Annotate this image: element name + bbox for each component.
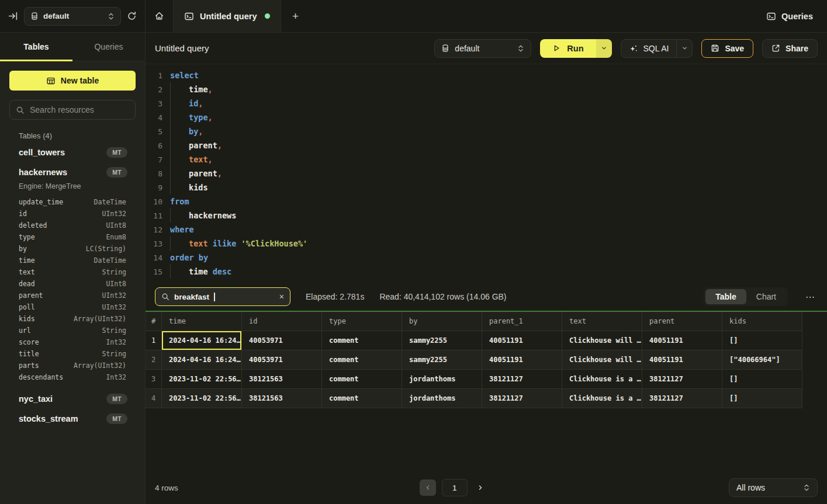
editor-line[interactable]: 3id, (146, 96, 827, 110)
results-search-input[interactable]: breakfast × (155, 287, 290, 306)
sql-editor[interactable]: 1select2time,3id,4type,5by,6parent,7text… (146, 64, 827, 283)
table-cell[interactable]: comment (322, 331, 402, 350)
table-cell[interactable]: 40051191 (642, 350, 722, 370)
column-header-id[interactable]: id (242, 312, 322, 331)
pagination: 1 (420, 479, 487, 496)
table-cell[interactable]: [] (722, 370, 802, 389)
run-options-button[interactable] (596, 39, 612, 58)
table-cell[interactable]: 38121127 (482, 389, 562, 408)
table-cell[interactable]: 2023-11-02 22:56… (162, 370, 242, 389)
search-resources-input[interactable] (30, 105, 129, 114)
sql-ai-button[interactable]: SQL AI (621, 40, 677, 57)
new-table-button[interactable]: New table (9, 71, 136, 91)
table-cell[interactable]: jordanthoms (402, 370, 482, 389)
table-cell[interactable]: 38121563 (242, 389, 322, 408)
sql-ai-options-button[interactable] (676, 40, 692, 57)
table-cell[interactable]: [] (722, 389, 802, 408)
row-number[interactable]: 3 (146, 370, 162, 389)
editor-line[interactable]: 14order by (146, 251, 827, 265)
table-cell[interactable]: comment (322, 389, 402, 408)
tab-untitled-query[interactable]: Untitled query (174, 0, 281, 32)
table-cell[interactable]: comment (322, 350, 402, 370)
view-toggle-chart[interactable]: Chart (746, 289, 786, 304)
editor-line[interactable]: 2time, (146, 82, 827, 96)
table-item-nyc_taxi[interactable]: nyc_taxiMT (9, 389, 136, 409)
table-cell[interactable]: 2023-11-02 22:56… (162, 389, 242, 408)
table-cell[interactable]: sammy2255 (402, 350, 482, 370)
new-tab-button[interactable]: + (281, 0, 309, 32)
table-cell[interactable]: [] (722, 331, 802, 350)
table-cell[interactable]: 2024-04-16 16:24… (162, 331, 242, 350)
table-cell[interactable]: 2024-04-16 16:24… (162, 350, 242, 370)
editor-line[interactable]: 6parent, (146, 138, 827, 152)
table-item-hackernews[interactable]: hackernewsMT (9, 162, 136, 182)
share-button[interactable]: Share (762, 39, 818, 58)
save-button[interactable]: Save (701, 39, 753, 58)
next-page-button[interactable] (473, 479, 487, 496)
sidebar-tab-queries[interactable]: Queries (72, 33, 145, 61)
table-cell[interactable]: comment (322, 370, 402, 389)
sql-token: parent (189, 141, 217, 150)
table-cell[interactable]: ["40066964"] (722, 350, 802, 370)
row-number[interactable]: 2 (146, 350, 162, 370)
editor-line[interactable]: 11hackernews (146, 208, 827, 223)
table-cell[interactable]: 40051191 (482, 350, 562, 370)
sidebar-tab-tables[interactable]: Tables (0, 33, 72, 61)
editor-line[interactable]: 5by, (146, 124, 827, 138)
editor-line[interactable]: 13text ilike '%ClickHouse%' (146, 237, 827, 251)
column-header-by[interactable]: by (402, 312, 482, 331)
editor-line[interactable]: 1select (146, 68, 827, 82)
queries-button[interactable]: Queries (766, 12, 813, 21)
sql-token (208, 267, 213, 276)
refresh-icon[interactable] (127, 11, 137, 21)
row-number[interactable]: 1 (146, 331, 162, 350)
editor-line[interactable]: 7text, (146, 152, 827, 166)
collapse-sidebar-icon[interactable] (8, 11, 18, 21)
run-button[interactable]: Run (540, 39, 596, 58)
table-cell[interactable]: 40053971 (242, 350, 322, 370)
sql-token: type (189, 113, 208, 122)
column-header-num[interactable]: # (146, 312, 162, 331)
editor-line[interactable]: 9kids (146, 180, 827, 194)
page-number-input[interactable]: 1 (442, 479, 468, 496)
column-header-parent_1[interactable]: parent_1 (482, 312, 562, 331)
table-cell[interactable]: Clickhouse is a … (562, 389, 642, 408)
table-cell[interactable]: 38121563 (242, 370, 322, 389)
sql-token: where (170, 225, 194, 234)
editor-line[interactable]: 15time desc (146, 265, 827, 279)
editor-line[interactable]: 4type, (146, 110, 827, 124)
table-cell[interactable]: jordanthoms (402, 389, 482, 408)
row-number[interactable]: 4 (146, 389, 162, 408)
table-cell[interactable]: 40053971 (242, 331, 322, 350)
column-header-time[interactable]: time (162, 312, 242, 331)
editor-line[interactable]: 10from (146, 194, 827, 208)
table-cell[interactable]: Clickhouse will … (562, 350, 642, 370)
indent-guide (170, 166, 189, 180)
editor-line[interactable]: 12where (146, 223, 827, 237)
column-name: text (19, 266, 35, 278)
column-header-type[interactable]: type (322, 312, 402, 331)
column-header-text[interactable]: text (562, 312, 642, 331)
previous-page-button[interactable] (420, 479, 436, 496)
table-cell[interactable]: 40051191 (482, 331, 562, 350)
database-selector[interactable]: default (24, 7, 121, 26)
view-toggle-table[interactable]: Table (705, 289, 746, 304)
table-cell[interactable]: 38121127 (642, 389, 722, 408)
editor-line[interactable]: 8parent, (146, 166, 827, 180)
table-cell[interactable]: 38121127 (482, 370, 562, 389)
table-cell[interactable]: Clickhouse will … (562, 331, 642, 350)
table-cell[interactable]: 40051191 (642, 331, 722, 350)
column-header-kids[interactable]: kids (722, 312, 802, 331)
column-header-parent[interactable]: parent (642, 312, 722, 331)
table-cell[interactable]: sammy2255 (402, 331, 482, 350)
editor-code: order by (170, 253, 208, 262)
page-size-selector[interactable]: All rows (729, 478, 818, 497)
query-database-selector[interactable]: default (434, 39, 531, 58)
table-item-stocks_stream[interactable]: stocks_streamMT (9, 409, 136, 429)
overflow-menu-icon[interactable]: ⋯ (803, 291, 818, 303)
table-cell[interactable]: 38121127 (642, 370, 722, 389)
clear-search-icon[interactable]: × (279, 293, 284, 301)
table-item-cell_towers[interactable]: cell_towersMT (9, 142, 136, 162)
home-tab[interactable] (146, 0, 174, 32)
table-cell[interactable]: Clickhouse is a … (562, 370, 642, 389)
